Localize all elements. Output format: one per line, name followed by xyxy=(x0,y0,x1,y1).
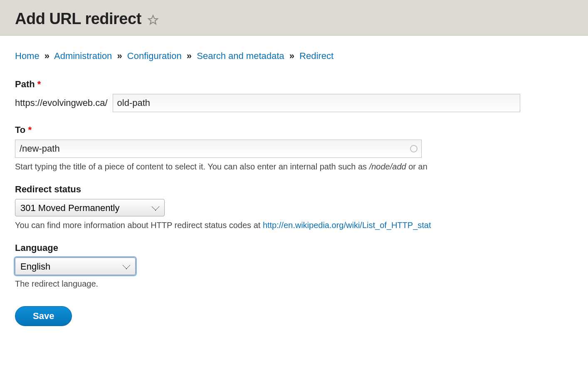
save-button[interactable]: Save xyxy=(15,306,72,326)
form-item-status: Redirect status 301 Moved Permanently Yo… xyxy=(15,184,573,230)
status-description: You can find more information about HTTP… xyxy=(15,221,573,230)
language-description: The redirect language. xyxy=(15,279,573,289)
breadcrumb-sep: » xyxy=(187,51,192,61)
path-label-text: Path xyxy=(15,79,35,89)
autocomplete-throbber-icon xyxy=(410,145,418,152)
breadcrumb-sep: » xyxy=(117,51,122,61)
to-help-em: /node/add xyxy=(369,162,406,171)
breadcrumb-redirect[interactable]: Redirect xyxy=(299,51,334,61)
form-item-to: To * Start typing the title of a piece o… xyxy=(15,125,573,172)
to-description: Start typing the title of a piece of con… xyxy=(15,162,573,172)
form-item-language: Language English The redirect language. xyxy=(15,243,573,289)
language-label: Language xyxy=(15,243,573,253)
required-mark: * xyxy=(28,125,32,135)
to-help-suffix: or an xyxy=(406,162,427,171)
breadcrumb-configuration[interactable]: Configuration xyxy=(127,51,182,61)
language-select[interactable]: English xyxy=(15,258,136,275)
status-label: Redirect status xyxy=(15,184,573,195)
to-input[interactable] xyxy=(15,140,422,158)
form-item-path: Path * https://evolvingweb.ca/ xyxy=(15,79,573,112)
path-prefix: https://evolvingweb.ca/ xyxy=(15,98,108,108)
status-help-prefix: You can find more information about HTTP… xyxy=(15,221,263,230)
breadcrumb-sep: » xyxy=(44,51,49,61)
path-input[interactable] xyxy=(113,94,520,112)
path-label: Path * xyxy=(15,79,573,90)
to-label-text: To xyxy=(15,125,25,135)
to-help-prefix: Start typing the title of a piece of con… xyxy=(15,162,369,171)
breadcrumb-search-metadata[interactable]: Search and metadata xyxy=(197,51,284,61)
breadcrumb: Home » Administration » Configuration » … xyxy=(15,51,573,61)
to-label: To * xyxy=(15,125,573,135)
status-help-link[interactable]: http://en.wikipedia.org/wiki/List_of_HTT… xyxy=(263,221,431,230)
page-title: Add URL redirect xyxy=(15,10,141,28)
breadcrumb-sep: » xyxy=(289,51,294,61)
content-region: Home » Administration » Configuration » … xyxy=(0,36,588,341)
breadcrumb-home[interactable]: Home xyxy=(15,51,40,61)
page-header: Add URL redirect xyxy=(0,0,588,36)
svg-marker-0 xyxy=(148,15,158,24)
redirect-status-select[interactable]: 301 Moved Permanently xyxy=(15,199,165,216)
required-mark: * xyxy=(37,79,41,89)
star-icon[interactable] xyxy=(147,14,159,26)
breadcrumb-administration[interactable]: Administration xyxy=(54,51,112,61)
